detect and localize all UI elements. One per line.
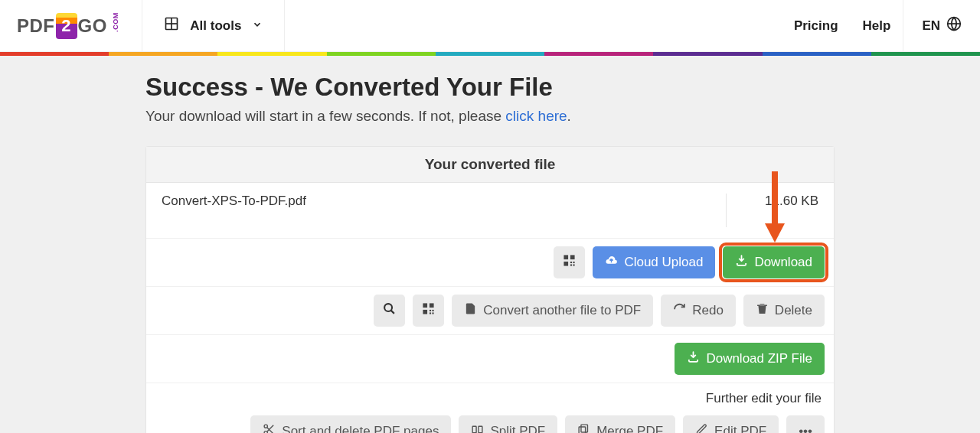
main-content: Success - We Converted Your File Your do… <box>145 56 835 433</box>
merge-icon <box>577 423 590 433</box>
svg-rect-22 <box>433 312 434 314</box>
download-button[interactable]: Download <box>723 246 825 278</box>
file-name: Convert-XPS-To-PDF.pdf <box>162 194 726 227</box>
svg-rect-18 <box>423 310 428 314</box>
zip-row: Download ZIP File <box>146 335 834 383</box>
svg-rect-21 <box>430 312 431 314</box>
svg-rect-9 <box>564 262 569 266</box>
cloud-upload-icon <box>605 254 618 271</box>
svg-rect-12 <box>570 264 572 265</box>
svg-rect-28 <box>479 426 482 433</box>
file-icon <box>464 302 477 319</box>
split-pdf-button[interactable]: Split PDF <box>459 415 557 433</box>
svg-rect-19 <box>430 310 431 311</box>
merge-pdf-button[interactable]: Merge PDF <box>565 415 675 433</box>
grid-icon <box>164 16 179 35</box>
file-size: 11.60 KB <box>727 194 818 227</box>
more-button[interactable]: ••• <box>786 415 825 433</box>
rainbow-strip <box>0 52 980 56</box>
logo-2-icon: 2 <box>56 13 77 39</box>
page-subtitle: Your download will start in a few second… <box>145 108 835 125</box>
svg-rect-10 <box>570 262 572 263</box>
svg-rect-13 <box>573 264 575 265</box>
logo-dotcom: .COM <box>112 12 119 32</box>
download-icon <box>735 254 748 271</box>
help-link[interactable]: Help <box>851 18 903 34</box>
download-highlight: Download <box>723 246 825 278</box>
logo-text-go: GO <box>78 15 107 37</box>
file-row: Convert-XPS-To-PDF.pdf 11.60 KB <box>146 183 834 239</box>
pricing-link[interactable]: Pricing <box>782 18 851 34</box>
logo-text-pdf: PDF <box>17 15 55 37</box>
qr-icon <box>563 254 576 271</box>
split-icon <box>471 423 484 433</box>
edit-tools-row: Sort and delete PDF pages Split PDF Merg… <box>146 411 834 433</box>
top-bar: PDF 2 GO .COM All tools Pricing Help EN <box>0 0 980 52</box>
language-switch[interactable]: EN <box>903 0 980 51</box>
svg-rect-17 <box>430 303 434 308</box>
language-label: EN <box>922 18 940 34</box>
further-edit-label: Further edit your file <box>146 383 834 411</box>
edit-icon <box>695 423 708 433</box>
sort-pages-button[interactable]: Sort and delete PDF pages <box>250 415 451 433</box>
edit-pdf-button[interactable]: Edit PDF <box>683 415 779 433</box>
svg-rect-7 <box>564 255 569 259</box>
svg-line-15 <box>391 311 394 314</box>
qr-code-button[interactable] <box>554 246 585 278</box>
search-icon <box>383 302 396 319</box>
trash-icon <box>756 302 769 319</box>
chevron-down-icon <box>252 19 263 32</box>
globe-icon <box>946 16 962 35</box>
qr-code-button-2[interactable] <box>413 295 444 327</box>
redo-button[interactable]: Redo <box>661 295 736 327</box>
redo-icon <box>673 302 686 319</box>
download-icon <box>687 350 700 367</box>
logo[interactable]: PDF 2 GO .COM <box>0 0 142 51</box>
svg-rect-27 <box>473 426 477 433</box>
secondary-action-row: Convert another file to PDF Redo Delete <box>146 287 834 335</box>
scissors-icon <box>263 423 276 433</box>
panel-header: Your converted file <box>146 147 834 183</box>
svg-point-14 <box>384 304 392 311</box>
qr-icon <box>422 302 435 319</box>
convert-another-button[interactable]: Convert another file to PDF <box>452 295 653 327</box>
svg-rect-11 <box>573 262 575 263</box>
svg-point-23 <box>264 425 267 428</box>
svg-rect-16 <box>423 303 428 308</box>
svg-rect-29 <box>581 425 588 432</box>
primary-action-row: Cloud Upload Download <box>146 239 834 287</box>
svg-rect-20 <box>433 310 434 311</box>
delete-button[interactable]: Delete <box>743 295 825 327</box>
click-here-link[interactable]: click here <box>505 108 567 124</box>
all-tools-label: All tools <box>190 18 241 34</box>
page-title: Success - We Converted Your File <box>145 73 835 102</box>
all-tools-menu[interactable]: All tools <box>142 0 285 51</box>
nav-right: Pricing Help EN <box>782 0 980 51</box>
svg-rect-8 <box>570 255 575 259</box>
more-icon: ••• <box>799 424 812 433</box>
cloud-upload-button[interactable]: Cloud Upload <box>593 246 715 278</box>
search-button[interactable] <box>374 295 405 327</box>
download-zip-button[interactable]: Download ZIP File <box>675 343 825 375</box>
result-panel: Your converted file Convert-XPS-To-PDF.p… <box>145 146 835 433</box>
